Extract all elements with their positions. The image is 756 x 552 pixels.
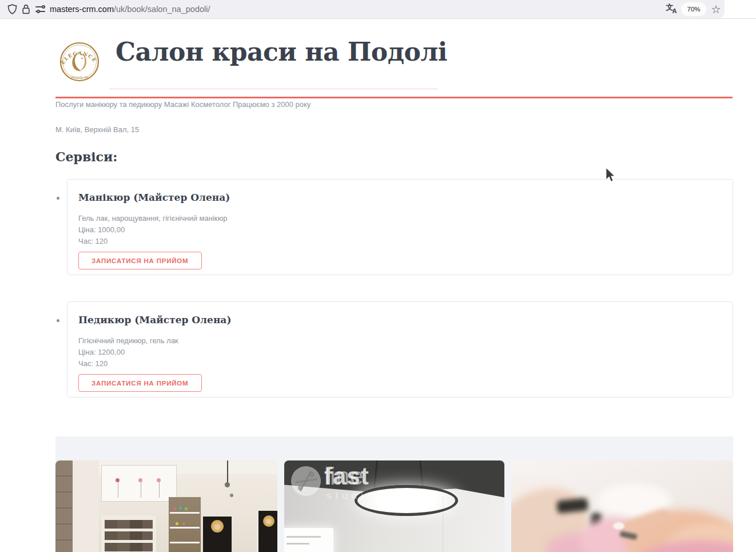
service-price: Ціна: 1000,00	[78, 224, 722, 236]
salon-logo: ELEGANCE BEAUTY Beauty by	[55, 38, 104, 86]
watermark-logo	[291, 466, 321, 496]
url-text[interactable]: masters-crm.com/uk/book/salon_na_podoli/	[50, 0, 210, 18]
service-price: Ціна: 1200,00	[78, 347, 722, 358]
url-bar[interactable]: masters-crm.com/uk/book/salon_na_podoli/	[0, 0, 725, 18]
gallery-photo-lamp: fastline studio	[284, 460, 504, 552]
service-title: Манікюр (Майстер Олена)	[78, 192, 722, 203]
accent-divider	[55, 97, 733, 98]
permissions-icon[interactable]	[33, 0, 47, 18]
url-path[interactable]: /uk/book/salon_na_podoli/	[114, 5, 210, 14]
list-bullet	[57, 197, 59, 200]
gallery-photo-manicure	[511, 460, 733, 552]
service-duration: Час: 120	[78, 236, 722, 247]
bookmark-star-icon[interactable]: ☆	[707, 0, 725, 18]
url-domain[interactable]: masters-crm.com	[50, 5, 114, 14]
shield-icon[interactable]	[5, 0, 19, 18]
service-description: Гігієнічний педикюр, гель лак	[78, 335, 722, 347]
mouse-cursor	[605, 167, 616, 185]
book-appointment-button[interactable]: ЗАПИСАТИСЯ НА ПРИЙОМ	[78, 374, 202, 392]
page-title: Салон краси на Подолі	[116, 39, 447, 65]
gallery-section: fastline studio	[55, 436, 733, 552]
watermark-subtext: studio	[327, 490, 376, 502]
salon-description: Послуги манікюру та педикюру Масажі Косм…	[55, 100, 311, 109]
header-dotted-divider	[110, 89, 437, 89]
service-description: Гель лак, нарощування, гігієнічний манік…	[78, 213, 722, 224]
salon-address: М. Київ, Верхній Вал, 15	[55, 125, 139, 134]
list-bullet	[57, 319, 59, 322]
zoom-level-indicator[interactable]: 70%	[681, 2, 706, 16]
service-title: Педикюр (Майстер Олена)	[78, 314, 722, 325]
book-appointment-button[interactable]: ЗАПИСАТИСЯ НА ПРИЙОМ	[78, 252, 202, 269]
browser-toolbar: masters-crm.com/uk/book/salon_na_podoli/…	[0, 0, 756, 19]
service-duration: Час: 120	[78, 358, 722, 370]
services-heading: Сервіси:	[55, 149, 117, 164]
lock-icon[interactable]	[18, 0, 33, 18]
svg-text:Beauty by: Beauty by	[71, 75, 89, 80]
gallery-photo-interior	[55, 460, 277, 552]
elegance-beauty-emblem: ELEGANCE BEAUTY Beauty by	[55, 38, 104, 86]
service-card-manicure: Манікюр (Майстер Олена) Гель лак, нарощу…	[67, 179, 733, 275]
translate-icon[interactable]: 文A	[663, 0, 681, 18]
service-card-pedicure: Педикюр (Майстер Олена) Гігієнічний педи…	[67, 301, 733, 398]
